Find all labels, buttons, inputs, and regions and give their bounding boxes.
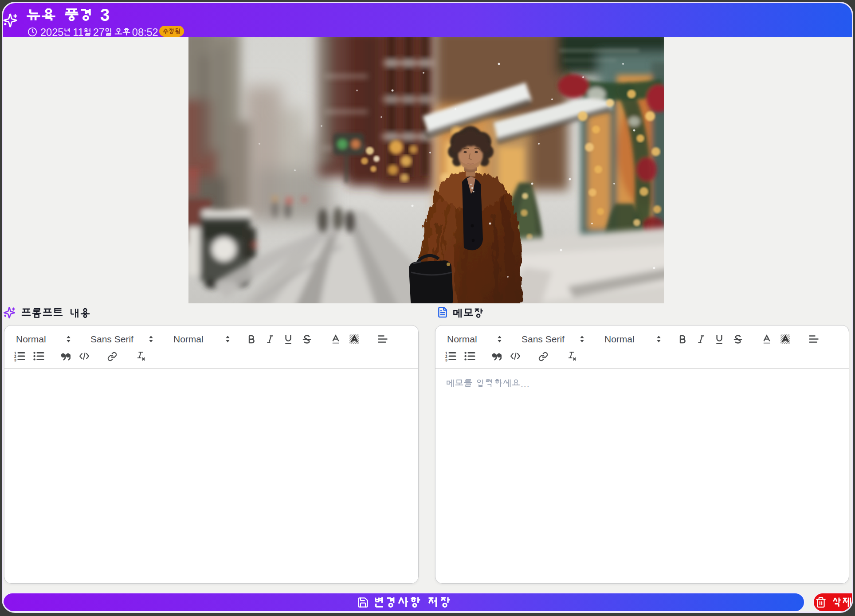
svg-text:3: 3 [14, 358, 16, 361]
svg-text:3: 3 [445, 358, 447, 361]
